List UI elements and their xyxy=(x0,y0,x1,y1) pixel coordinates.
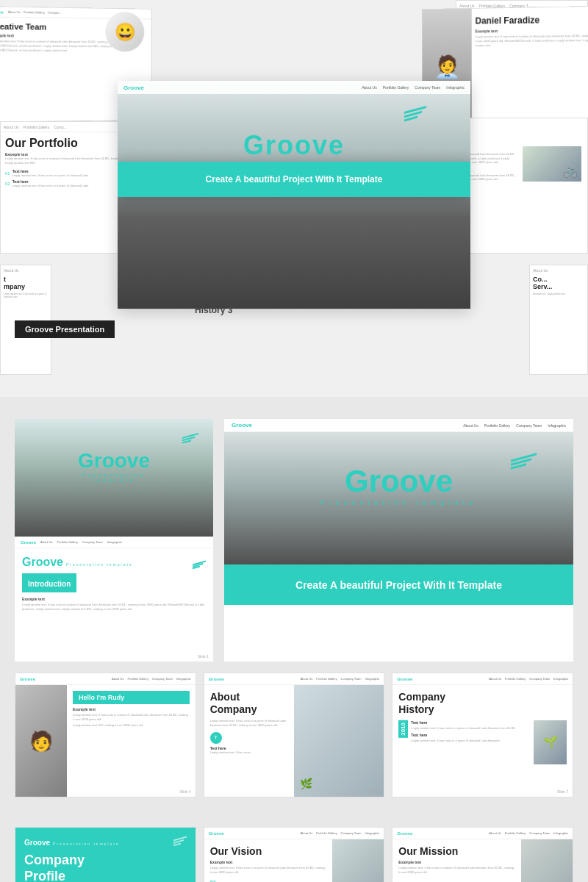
cover-nav-logo: Groove xyxy=(21,540,36,545)
hello-rudy-slide: Groove About Us Portfolio Gallery Compan… xyxy=(15,673,196,797)
daniel-example: Example text xyxy=(476,28,588,34)
rudy-content: 🧑 Hello I'm Rudy Example text Lmply rand… xyxy=(15,685,196,797)
slide-nav-bar: Groove About Us Portfolio Gallery Compan… xyxy=(118,81,470,94)
cover-logo-text: Groove xyxy=(65,449,164,473)
main-center-slide: Groove About Us Portfolio Gallery Compan… xyxy=(118,81,470,309)
groove-nav-logo: Groove xyxy=(123,85,144,91)
large-stripes xyxy=(511,454,537,470)
groove-presentation-label: Groove Presentation xyxy=(15,320,115,338)
vision-nav: Groove About Us Portfolio Gallery Compan… xyxy=(204,828,384,839)
mission-nav: Groove About Us Portfolio Gallery Compan… xyxy=(392,828,573,839)
teal-stripes xyxy=(404,107,426,122)
company-profile-slide: Groove Presentation template CompanyProf… xyxy=(15,827,196,882)
large-groove-logo: Groove Presentation template xyxy=(320,464,478,506)
history-inner: CompanyHistory 2010 Text here Lmply rand… xyxy=(392,685,573,770)
intro-stripes xyxy=(193,562,206,569)
history-nav-items: About Us Portfolio Gallery Company Team … xyxy=(489,677,568,681)
vision-body: Lmply random text. It has roots in a pie… xyxy=(210,866,327,875)
logo-text: Groove xyxy=(220,130,368,161)
rudy-photo: 🧑 xyxy=(15,685,67,797)
nav-items: About Us Portfolio Gallery Compan... xyxy=(8,10,62,15)
history-plant: 🌱 xyxy=(534,720,567,764)
vision-nav-logo: Groove xyxy=(209,831,224,836)
mission-content: Our Mission Example text Lmply random te… xyxy=(392,839,573,882)
mission-body: Lmply random text. It has roots in a pie… xyxy=(398,866,515,875)
vision-title: Our Vision xyxy=(210,845,327,857)
daniel-body: Lmply random text. It has roots in a pie… xyxy=(476,34,588,48)
history-nav: Groove About Us Portfolio Gallery Compan… xyxy=(392,673,573,685)
about-image: 🌿 xyxy=(294,685,384,797)
hist-b1: Lmply random text. It has roots in a pie… xyxy=(411,726,531,731)
rudy-nav: Groove About Us Portfolio Gallery Compan… xyxy=(15,673,196,685)
cp-logo-row: Groove Presentation template xyxy=(24,836,187,847)
bike-icon: 🚲 xyxy=(563,164,578,178)
rudy-title-badge: Hello I'm Rudy xyxy=(73,691,190,704)
cp-title: CompanyProfile xyxy=(24,853,187,882)
vision-nav-items: About Us Portfolio Gallery Company Team … xyxy=(301,831,380,835)
hist-t2: Text here xyxy=(411,733,531,737)
main-nav-logo: Groove xyxy=(232,422,252,429)
history-slide-num: Slide 7 xyxy=(557,789,568,794)
company-partial-nav: About Us xyxy=(4,268,48,273)
middle-row: Groove Presentation template Groove Abou… xyxy=(15,419,573,662)
small-slides-row: Groove About Us Portfolio Gallery Compan… xyxy=(15,673,573,797)
about-plant-icon: 🌿 xyxy=(300,778,312,789)
rudy-nav-items: About Us Portfolio Gallery Company Team … xyxy=(112,677,191,681)
services-body: Example text. Lmply random text. xyxy=(533,293,584,295)
large-logo-text: Groove xyxy=(320,464,478,499)
groove-cover-slide: Groove Presentation template Groove Abou… xyxy=(15,419,213,662)
main-nav-items: About Us Portfolio Gallery Company Team … xyxy=(463,423,566,428)
bottom-row: Groove Presentation template CompanyProf… xyxy=(15,827,573,882)
about-nav-items: About Us Portfolio Gallery Company Team … xyxy=(301,677,380,681)
mission-nav-logo: Groove xyxy=(397,831,412,836)
cover-inner: Groove Presentation template Groove Abou… xyxy=(15,419,213,662)
services-partial-slide: About Us Co...Serv... Example text. Lmpl… xyxy=(529,265,588,375)
large-banner: Create A beautiful Project With It Templ… xyxy=(224,564,573,605)
about-body: Lmply random text. It has roots in a pie… xyxy=(210,719,288,728)
main-slide-nav: Groove About Us Portfolio Gallery Compan… xyxy=(224,419,573,432)
rudy-nav-logo: Groove xyxy=(20,677,35,681)
history-timeline: 2010 Text here Lmply random text. It has… xyxy=(398,720,567,764)
mission-text: Our Mission Example text Lmply random te… xyxy=(392,839,521,882)
vision-content: Our Vision Example text Lmply random tex… xyxy=(204,839,384,882)
groove-logo: Groove Presentation template xyxy=(220,130,368,168)
history-img: 🌱 xyxy=(534,720,567,764)
about-slide-num: Slide 5 xyxy=(368,789,379,794)
our-mission-slide: Groove About Us Portfolio Gallery Compan… xyxy=(392,827,573,882)
rudy-body: Lmply random text. It has roots in a pie… xyxy=(73,713,190,722)
mission-example: Example text xyxy=(398,860,515,864)
daniel-content: Daniel Faradize Example text Lmply rando… xyxy=(476,14,588,48)
rudy-text: Hello I'm Rudy Example text Lmply random… xyxy=(67,685,196,797)
large-banner-text: Create A beautiful Project With It Templ… xyxy=(295,579,502,591)
rudy-body2: Lmply random text. IRC making it over 20… xyxy=(73,723,190,728)
cp-content: Groove Presentation template CompanyProf… xyxy=(15,828,196,882)
intro-logo-sub: Presentation template xyxy=(66,562,133,567)
bottom-section: Groove Presentation template CompanyProf… xyxy=(0,820,588,882)
intro-logo-text: Groove xyxy=(22,556,63,569)
cp-logo: Groove xyxy=(24,839,50,847)
about-title: AboutCompany xyxy=(210,691,288,716)
intro-title-badge: Introduction xyxy=(22,573,76,592)
company-partial-body: Lmply random text. It has roots in a pie… xyxy=(4,293,48,298)
services-title: Co...Serv... xyxy=(533,276,584,290)
cover-logo-sub: Presentation template xyxy=(65,473,164,483)
history-image: 🚲 xyxy=(523,146,581,182)
banner-text: Create A beautiful Project With It Templ… xyxy=(206,174,383,184)
daniel-name: Daniel Faradize xyxy=(476,14,588,26)
cover-stripes xyxy=(182,434,198,444)
cover-logo-area: Groove Presentation template xyxy=(65,449,164,483)
about-text: AboutCompany Lmply random text. It has r… xyxy=(204,685,294,797)
large-office-bg: Groove Presentation template xyxy=(224,432,573,564)
mission-image: 🏢 xyxy=(521,839,573,882)
company-partial-content: About Us tmpany Lmply random text. It ha… xyxy=(1,265,51,301)
cp-logo-sub: Presentation template xyxy=(53,842,120,846)
nav-items-main: About Us Portfolio Gallery Company Team … xyxy=(362,85,465,90)
hist-t1: Text here xyxy=(411,720,531,725)
about-text-body: Lmply random text. It has roots. xyxy=(210,750,288,755)
rudy-example: Example text xyxy=(73,707,190,711)
hist-b2: Lmply random text. It has roots in a pie… xyxy=(411,739,531,743)
slide-number-1: Slide 1 xyxy=(198,654,209,659)
history3-label: History 3 xyxy=(195,305,232,315)
history-text-block: Text here Lmply random text. It has root… xyxy=(411,720,531,743)
about-nav-logo: Groove xyxy=(209,677,224,681)
